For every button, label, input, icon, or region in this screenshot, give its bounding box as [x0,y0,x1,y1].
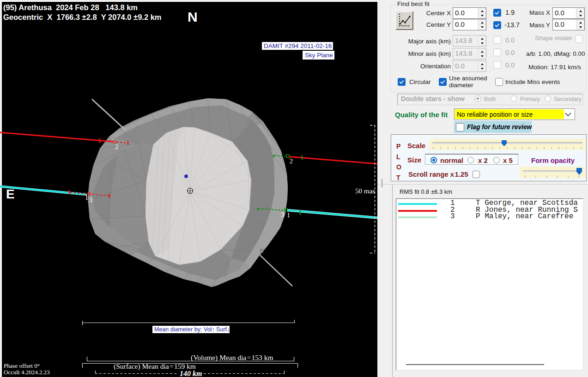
svg-text:Mean diameter by: Vol↑ Surf↓: Mean diameter by: Vol↑ Surf↓ [154,326,230,333]
svg-text:2: 2 [290,158,293,165]
svg-text:1: 1 [287,212,290,219]
svg-text:Sky Plane: Sky Plane [305,52,333,59]
svg-text:140 km: 140 km [180,370,202,377]
svg-text:2: 2 [115,144,118,150]
svg-text:S: S [260,247,264,254]
svg-text:E: E [6,187,15,201]
svg-text:1: 1 [85,194,88,201]
svg-text:3: 3 [281,211,284,218]
svg-text:DAMIT #294 2011-02-16: DAMIT #294 2011-02-16 [264,42,332,49]
svg-text:(95) Arethusa 2024 Feb 28 1: (95) Arethusa 2024 Feb 28 143.8 km [3,3,138,12]
svg-text:Occult 4.2024.2.23: Occult 4.2024.2.23 [4,369,50,376]
svg-text:3: 3 [89,197,92,203]
svg-text:Geocentric X 1766.3 ±2.8 Y: Geocentric X 1766.3 ±2.8 Y 2074.0 ±9.2 k… [3,13,162,21]
svg-text:Phase offset 0°: Phase offset 0° [4,362,40,369]
svg-text:(Volume) Mean dia = 153 km: (Volume) Mean dia = 153 km [191,353,273,362]
svg-text:N: N [188,9,198,24]
svg-text:50 mas: 50 mas [355,187,375,195]
